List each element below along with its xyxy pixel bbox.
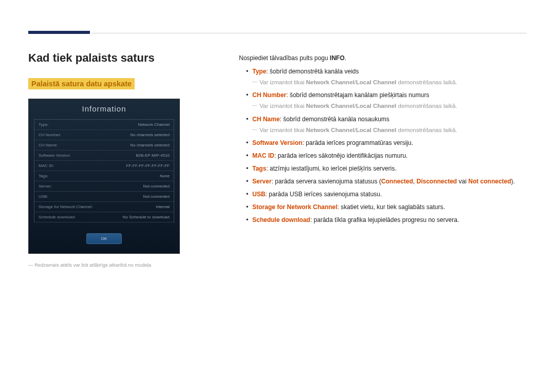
left-column: Kad tiek palaists saturs Palaistā satura… [28, 51, 180, 268]
item-label: Type [252, 68, 266, 75]
item-desc: : parāda ierīces sākotnējo identifikācij… [274, 152, 408, 159]
info-label: CH Name: [39, 143, 58, 147]
item-desc: : šobrīd demonstrētajam kanālam piešķirt… [286, 91, 429, 99]
page-content: Kad tiek palaists saturs Palaistā satura… [28, 51, 527, 268]
info-value: FF-FF-FF-FF-FF-FF-FF [126, 163, 170, 168]
page-title: Kad tiek palaists saturs [28, 51, 180, 65]
section-title: Palaistā satura datu apskate [28, 78, 135, 89]
list-item: CH Name: šobrīd demonstrētā kanāla nosau… [246, 115, 527, 135]
info-label: USB: [39, 194, 48, 199]
info-value: No Schedule to download [123, 215, 170, 219]
subnote-post: demonstrēšanas laikā. [396, 103, 457, 109]
subnote-post: demonstrēšanas laikā. [396, 79, 457, 85]
server-status: Disconnected [417, 178, 457, 185]
info-label: Type: [39, 122, 49, 127]
list-item: CH Number: šobrīd demonstrētajam kanālam… [246, 90, 527, 110]
info-value: Not connected [143, 194, 170, 199]
item-label: Server [252, 178, 271, 185]
header-rule-thick [28, 31, 90, 34]
info-row: Type: Network Channel [34, 120, 174, 130]
device-dialog-title: Information [29, 99, 179, 119]
list-item: Type: šobrīd demonstrētā kanāla veids Va… [246, 67, 527, 87]
header-rule-thin [91, 33, 527, 33]
ok-button[interactable]: OK [86, 233, 122, 244]
list-item: Software Version: parāda ierīces program… [246, 138, 527, 147]
footnote-text: Redzamais attēls var būt atšķirīgs atkar… [34, 262, 152, 268]
list-item: USB: parāda USB ierīces savienojuma stat… [246, 190, 527, 199]
item-desc: : atzīmju iestatījumi, ko ierīcei piešķī… [266, 165, 396, 172]
item-label: Software Version [252, 139, 302, 146]
subnote-hl: Local Channel [356, 127, 397, 133]
bullet-list: Type: šobrīd demonstrētā kanāla veids Va… [239, 67, 527, 225]
info-row: Software Version: B2B-EP-MIP-4510 [34, 151, 174, 161]
info-value: Network Channel [138, 122, 170, 127]
server-status: Not connected [468, 178, 511, 185]
info-row: CH Name: No channels selected [34, 140, 174, 151]
item-desc: : skatiet vietu, kur tiek saglabāts satu… [337, 203, 445, 211]
item-label: Storage for Network Channel [252, 203, 337, 211]
server-post: ). [511, 178, 515, 185]
footnote-dash: ― [28, 262, 33, 268]
server-sep: vai [457, 178, 468, 185]
item-label: CH Name [252, 116, 280, 123]
info-value: B2B-EP-MIP-4510 [136, 153, 170, 158]
device-info-table: Type: Network Channel CH Number: No chan… [34, 119, 174, 222]
subnote-pre: Var izmantot tikai [260, 79, 306, 85]
info-row: Storage for Network Channel: Internal [34, 202, 174, 212]
server-sep: , [413, 178, 417, 185]
info-row: CH Number: No channels selected [34, 130, 174, 140]
right-column: Nospiediet tālvadības pults pogu INFO. T… [239, 51, 527, 268]
sub-note: Var izmantot tikai Network Channel/Local… [252, 102, 527, 110]
info-row: Schedule download: No Schedule to downlo… [34, 212, 174, 222]
device-button-row: OK [29, 228, 179, 253]
info-row: Tags: None [34, 171, 174, 181]
info-value: Internal [156, 204, 170, 209]
server-pre: : parāda servera savienojuma statusus ( [271, 178, 381, 185]
server-status: Connected [381, 178, 413, 185]
item-label: CH Number [252, 91, 286, 99]
intro-post: . [344, 54, 346, 62]
list-item: Schedule download: parāda tīkla grafika … [246, 215, 527, 225]
item-desc: : parāda USB ierīces savienojuma statusu… [265, 191, 382, 198]
sub-note: Var izmantot tikai Network Channel/Local… [252, 126, 527, 135]
subnote-post: demonstrēšanas laikā. [396, 127, 457, 133]
subnote-pre: Var izmantot tikai [260, 103, 306, 109]
info-row: USB: Not connected [34, 192, 174, 202]
list-item: Tags: atzīmju iestatījumi, ko ierīcei pi… [246, 164, 527, 173]
subnote-pre: Var izmantot tikai [260, 127, 306, 133]
info-label: Tags: [39, 174, 48, 178]
info-label: CH Number: [39, 133, 61, 137]
info-value: Not connected [143, 184, 170, 189]
item-desc: : šobrīd demonstrētā kanāla nosaukums [280, 116, 389, 123]
intro-text: Nospiediet tālvadības pults pogu INFO. [239, 54, 527, 62]
list-item: MAC ID: parāda ierīces sākotnējo identif… [246, 151, 527, 160]
subnote-hl: Local Channel [356, 79, 397, 85]
subnote-hl: Network Channel [306, 79, 355, 85]
info-label: Storage for Network Channel: [39, 204, 92, 209]
list-item: Server: parāda servera savienojuma statu… [246, 177, 527, 186]
screenshot-footnote: ― Redzamais attēls var būt atšķirīgs atk… [28, 262, 180, 268]
subnote-hl: Network Channel [306, 103, 355, 109]
intro-pre: Nospiediet tālvadības pults pogu [239, 54, 330, 62]
item-desc: : parāda ierīces programmatūras versiju. [302, 139, 413, 146]
item-label: Schedule download [252, 216, 310, 223]
item-label: MAC ID [252, 152, 274, 159]
info-row: MAC ID: FF-FF-FF-FF-FF-FF-FF [34, 161, 174, 171]
info-label: Schedule download: [39, 215, 76, 219]
info-label: Software Version: [39, 153, 71, 158]
info-value: None [160, 174, 170, 178]
item-desc: : šobrīd demonstrētā kanāla veids [266, 68, 359, 75]
item-label: USB [252, 191, 265, 198]
subnote-hl: Network Channel [306, 127, 355, 133]
info-label: Server: [39, 184, 52, 189]
item-label: Tags [252, 165, 266, 172]
info-value: No channels selected [131, 143, 170, 147]
info-label: MAC ID: [39, 163, 54, 168]
device-screenshot: Information Type: Network Channel CH Num… [28, 99, 180, 254]
list-item: Storage for Network Channel: skatiet vie… [246, 202, 527, 212]
item-desc: : parāda tīkla grafika lejupielādes prog… [310, 216, 459, 223]
intro-key: INFO [330, 54, 345, 62]
info-row: Server: Not connected [34, 181, 174, 192]
info-value: No channels selected [131, 133, 170, 137]
sub-note: Var izmantot tikai Network Channel/Local… [252, 78, 527, 87]
